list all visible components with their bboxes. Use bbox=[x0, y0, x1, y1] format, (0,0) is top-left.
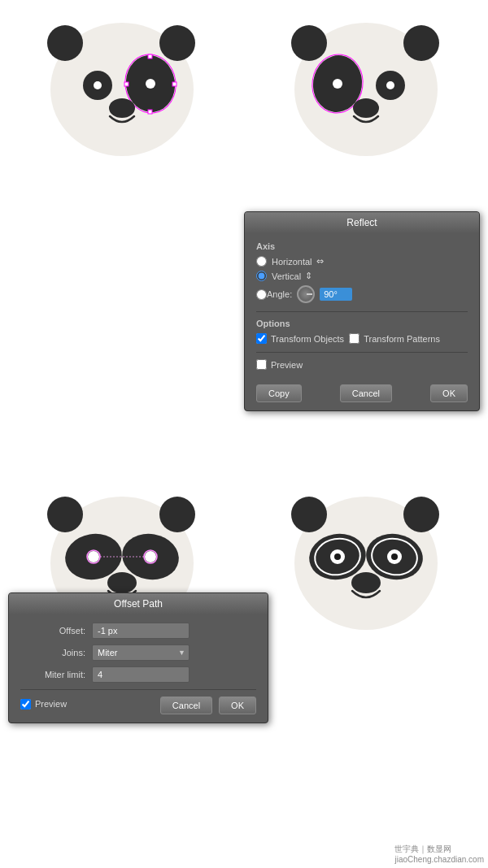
offset-preview-checkbox[interactable] bbox=[20, 699, 31, 710]
offset-cancel-button[interactable]: Cancel bbox=[160, 697, 212, 714]
pupil-left-1 bbox=[94, 81, 102, 89]
bottom-section: Offset Path Offset: Joins: Miter Round B… bbox=[0, 471, 488, 723]
pupil-right-2 bbox=[386, 81, 394, 89]
offset-preview-row: Preview bbox=[20, 699, 67, 710]
iris-right-4 bbox=[391, 553, 398, 560]
axis-label: Axis bbox=[256, 241, 468, 251]
joins-row: Joins: Miter Round Bevel ▼ bbox=[20, 644, 256, 661]
miter-limit-row: Miter limit: bbox=[20, 666, 256, 683]
handle-top bbox=[148, 54, 152, 59]
offset-ok-button[interactable]: OK bbox=[219, 697, 256, 714]
watermark-line1: 世宇典｜数显网 bbox=[394, 844, 484, 855]
angle-radio[interactable] bbox=[256, 289, 267, 300]
joins-select-container: Miter Round Bevel ▼ bbox=[92, 644, 190, 661]
cancel-button[interactable]: Cancel bbox=[340, 384, 392, 402]
offset-divider bbox=[20, 689, 256, 690]
handle-bottom bbox=[148, 110, 152, 114]
nose-3 bbox=[107, 572, 137, 593]
pupil-left-3 bbox=[88, 551, 99, 562]
options-section: Options Transform Objects Transform Patt… bbox=[256, 319, 468, 344]
angle-label: Angle: bbox=[267, 289, 292, 299]
reflect-dialog: Reflect Axis Horizontal ⇔ Vertical ⇕ Ang… bbox=[244, 211, 480, 411]
offset-path-dialog: Offset Path Offset: Joins: Miter Round B… bbox=[8, 592, 268, 723]
joins-select[interactable]: Miter Round Bevel bbox=[92, 644, 190, 661]
vertical-icon: ⇕ bbox=[305, 271, 312, 281]
copy-button[interactable]: Copy bbox=[256, 384, 302, 402]
preview-row: Preview bbox=[256, 359, 468, 370]
miter-limit-input[interactable] bbox=[92, 666, 190, 683]
middle-section: Reflect Axis Horizontal ⇔ Vertical ⇕ Ang… bbox=[0, 211, 488, 471]
panda-right-top bbox=[244, 0, 488, 171]
pupil-left-2 bbox=[333, 79, 342, 89]
angle-dial bbox=[297, 285, 315, 303]
ear-right-4 bbox=[403, 497, 439, 532]
divider-2 bbox=[256, 352, 468, 353]
nose-4 bbox=[351, 572, 381, 593]
ear-right-3 bbox=[159, 497, 195, 532]
panda-svg-4 bbox=[285, 475, 447, 638]
miter-limit-label: Miter limit: bbox=[20, 670, 85, 679]
offset-dialog-body: Offset: Joins: Miter Round Bevel ▼ Miter… bbox=[9, 614, 268, 723]
ear-left-3 bbox=[47, 497, 83, 532]
vertical-row: Vertical ⇕ bbox=[256, 271, 468, 281]
ear-left-4 bbox=[291, 497, 327, 532]
panda-right-bottom bbox=[244, 471, 488, 642]
horizontal-row: Horizontal ⇔ bbox=[256, 256, 468, 267]
dialog-buttons: Copy Cancel OK bbox=[256, 378, 468, 402]
offset-row: Offset: bbox=[20, 623, 256, 639]
vertical-radio[interactable] bbox=[256, 271, 267, 281]
horizontal-label: Horizontal bbox=[272, 257, 312, 267]
reflect-dialog-title: Reflect bbox=[245, 212, 479, 233]
preview-label: Preview bbox=[271, 360, 303, 370]
panda-ear-right-1 bbox=[159, 25, 195, 61]
horizontal-icon: ⇔ bbox=[316, 256, 324, 267]
nose-1 bbox=[109, 98, 135, 118]
top-section bbox=[0, 0, 488, 211]
divider-1 bbox=[256, 311, 468, 312]
angle-input[interactable] bbox=[320, 288, 352, 301]
nose-2 bbox=[353, 98, 379, 118]
transform-objects-checkbox[interactable] bbox=[256, 333, 267, 344]
offset-input[interactable] bbox=[92, 623, 190, 639]
panda-svg-1 bbox=[41, 4, 203, 167]
handle-left bbox=[124, 82, 129, 86]
panda-ear-left-1 bbox=[47, 25, 83, 61]
horizontal-radio[interactable] bbox=[256, 256, 267, 267]
axis-section: Axis Horizontal ⇔ Vertical ⇕ Angle: bbox=[256, 241, 468, 303]
joins-label: Joins: bbox=[20, 648, 85, 658]
preview-checkbox[interactable] bbox=[256, 359, 267, 370]
iris-left-4 bbox=[334, 553, 341, 560]
panda-ear-left-2 bbox=[291, 25, 327, 61]
panda-left-top bbox=[0, 0, 244, 171]
angle-row: Angle: bbox=[256, 285, 468, 303]
panda-svg-2 bbox=[285, 4, 447, 167]
panda-ear-right-2 bbox=[403, 25, 439, 61]
transform-objects-row: Transform Objects Transform Patterns bbox=[256, 333, 468, 344]
pupil-right-3 bbox=[145, 551, 156, 562]
transform-patterns-label: Transform Patterns bbox=[364, 334, 440, 344]
offset-preview-label: Preview bbox=[35, 699, 67, 709]
reflect-dialog-body: Axis Horizontal ⇔ Vertical ⇕ Angle: bbox=[245, 233, 479, 410]
vertical-label: Vertical bbox=[272, 271, 301, 281]
offset-dialog-title: Offset Path bbox=[9, 593, 268, 614]
watermark-line2: jiaoCheng.chazdian.com bbox=[394, 855, 484, 864]
transform-objects-label: Transform Objects bbox=[271, 334, 344, 344]
ok-button[interactable]: OK bbox=[430, 384, 468, 402]
offset-label: Offset: bbox=[20, 626, 85, 636]
pupil-right-1 bbox=[146, 79, 155, 89]
handle-right bbox=[172, 82, 176, 86]
transform-patterns-checkbox[interactable] bbox=[349, 333, 359, 344]
options-label: Options bbox=[256, 319, 468, 328]
watermark: 世宇典｜数显网 jiaoCheng.chazdian.com bbox=[394, 844, 484, 864]
